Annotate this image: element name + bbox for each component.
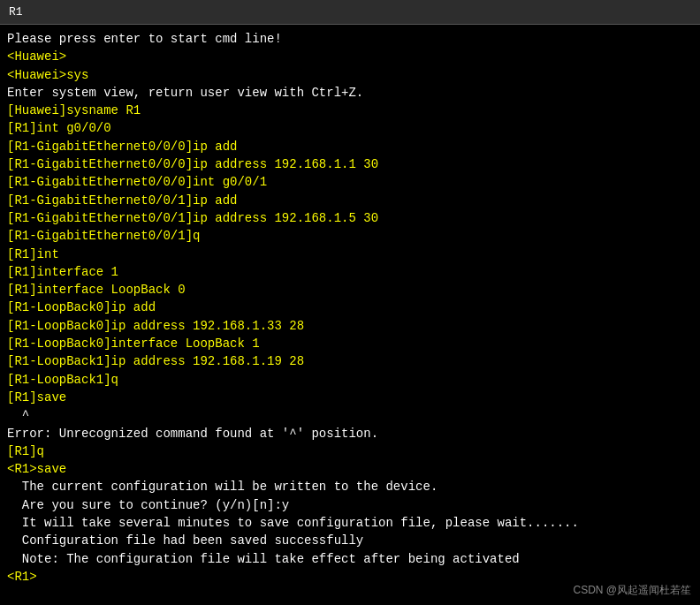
terminal-line: [Huawei]sysname R1: [7, 102, 693, 119]
terminal-line: [R1-LoopBack1]ip address 192.168.1.19 28: [7, 352, 693, 370]
terminal-output: Please press enter to start cmd line!<Hu…: [0, 25, 700, 605]
terminal-line: [R1]int g0/0/0: [7, 119, 693, 137]
terminal-line: [R1-LoopBack1]q: [7, 371, 693, 389]
terminal-line: [R1-GigabitEthernet0/0/1]ip add: [7, 192, 693, 209]
terminal-line: [R1-GigabitEthernet0/0/0]ip add: [7, 138, 693, 155]
terminal-line: Enter system view, return user view with…: [7, 84, 693, 102]
terminal-line: <Huawei>sys: [7, 66, 693, 84]
terminal-line: Are you sure to continue? (y/n)[n]:y: [7, 496, 693, 514]
terminal-line: ^: [7, 406, 693, 424]
terminal-line: [R1]save: [7, 389, 693, 406]
terminal-line: [R1-LoopBack0]ip add: [7, 299, 693, 316]
terminal-line: Configuration file had been saved succes…: [7, 532, 693, 549]
terminal-line: Error: Unrecognized command found at '^'…: [7, 425, 693, 442]
title-bar: R1: [0, 0, 700, 25]
terminal-line: [R1]interface 1: [7, 263, 693, 281]
watermark: CSDN @风起遥闻杜若笙: [573, 583, 691, 598]
terminal-line: [R1]int: [7, 246, 693, 263]
terminal-line: Please press enter to start cmd line!: [7, 30, 693, 48]
title-bar-label: R1: [9, 5, 23, 19]
terminal-line: [R1-GigabitEthernet0/0/1]q: [7, 227, 693, 245]
terminal-line: Note: The configuration file will take e…: [7, 550, 693, 568]
terminal-line: [R1-LoopBack0]ip address 192.168.1.33 28: [7, 317, 693, 335]
terminal-line: [R1-LoopBack0]interface LoopBack 1: [7, 335, 693, 352]
terminal-line: [R1]q: [7, 442, 693, 460]
terminal-line: The current configuration will be writte…: [7, 478, 693, 495]
terminal-line: <Huawei>: [7, 48, 693, 65]
terminal-line: [R1-GigabitEthernet0/0/0]ip address 192.…: [7, 155, 693, 173]
terminal-line: [R1]interface LoopBack 0: [7, 281, 693, 299]
terminal-line: [R1-GigabitEthernet0/0/0]int g0/0/1: [7, 173, 693, 191]
terminal-line: [R1-GigabitEthernet0/0/1]ip address 192.…: [7, 209, 693, 227]
terminal-line: <R1>save: [7, 460, 693, 478]
terminal-line: It will take several minutes to save con…: [7, 514, 693, 532]
